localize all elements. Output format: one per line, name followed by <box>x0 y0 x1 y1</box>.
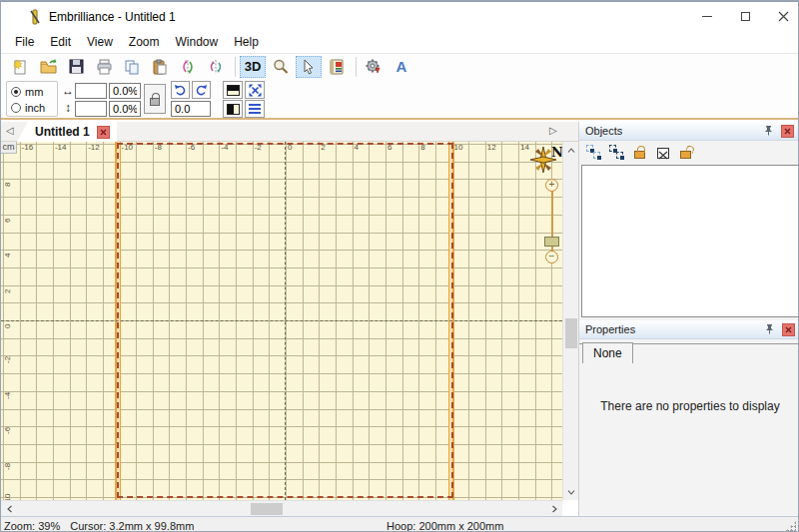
new-file-button[interactable] <box>7 56 33 78</box>
lock-icon <box>634 151 645 159</box>
window-title: Embrilliance - Untitled 1 <box>49 10 176 24</box>
ruler-top-label: -4 <box>221 143 228 152</box>
design-library-icon <box>329 59 345 75</box>
resize-grip[interactable] <box>786 521 796 531</box>
canvas-horizontal-scrollbar[interactable] <box>1 500 562 516</box>
horizontal-scroll-thumb[interactable] <box>251 503 283 515</box>
show-hoop-side-button[interactable] <box>223 100 243 118</box>
scroll-left-icon[interactable] <box>1 501 17 517</box>
document-tab[interactable]: Untitled 1 <box>17 122 117 142</box>
ruler-top-label: -2 <box>255 143 262 152</box>
show-hoop-top-button[interactable] <box>223 81 243 99</box>
height-arrows-icon: ↕ <box>61 101 75 115</box>
save-icon <box>69 59 84 74</box>
zoom-tool-button[interactable] <box>268 56 294 78</box>
menu-zoom[interactable]: Zoom <box>121 33 168 51</box>
ruler-left-label: -4 <box>3 392 12 399</box>
ruler-top-label: -12 <box>88 143 100 152</box>
toolbar-separator <box>356 57 357 77</box>
menu-file[interactable]: File <box>7 33 42 51</box>
rotate-right-button[interactable] <box>192 81 211 99</box>
ungroup-button[interactable] <box>609 145 625 161</box>
menu-window[interactable]: Window <box>168 33 227 51</box>
zoom-out-icon[interactable]: − <box>545 251 558 264</box>
scroll-down-icon[interactable] <box>563 484 579 500</box>
print-button[interactable] <box>91 56 117 78</box>
stitch-list-button[interactable] <box>245 100 265 118</box>
zoom-in-icon[interactable]: + <box>545 179 558 192</box>
tab-scroll-right-icon[interactable]: ▷ <box>549 125 557 136</box>
fit-to-window-button[interactable] <box>245 81 265 99</box>
paste-button[interactable] <box>147 56 173 78</box>
lock-x-icon <box>657 148 669 159</box>
rotation-input[interactable] <box>171 101 211 117</box>
status-bar: Zoom: 39% Cursor: 3.2mm x 99.8mm Hoop: 2… <box>1 516 798 532</box>
select-tool-button[interactable] <box>296 56 322 78</box>
document-tab-label: Untitled 1 <box>35 125 90 139</box>
menu-view[interactable]: View <box>79 33 121 51</box>
rotate-left-icon <box>174 84 187 97</box>
ruler-top-label: 6 <box>388 143 392 152</box>
3d-view-button[interactable]: 3D <box>240 56 266 78</box>
lock-all-button[interactable] <box>655 145 671 161</box>
canvas-vertical-scrollbar[interactable] <box>562 142 578 500</box>
copy-button[interactable] <box>119 56 145 78</box>
properties-tab-none[interactable]: None <box>582 342 633 363</box>
list-lines-icon <box>249 104 261 114</box>
minimize-button[interactable] <box>688 2 726 30</box>
ruler-top-label: -14 <box>55 143 67 152</box>
menu-help[interactable]: Help <box>226 33 267 51</box>
ruler-top-label: 2 <box>321 143 325 152</box>
maximize-button[interactable] <box>726 2 764 30</box>
objects-toolbar <box>579 141 799 164</box>
flip-vertical-button[interactable] <box>203 56 229 78</box>
flip-horizontal-button[interactable] <box>175 56 201 78</box>
pin-icon[interactable] <box>764 125 773 138</box>
open-file-button[interactable] <box>35 56 61 78</box>
title-bar: Embrilliance - Untitled 1 <box>1 1 798 31</box>
lock-button[interactable] <box>632 145 648 161</box>
width-percent-input[interactable] <box>109 83 141 99</box>
properties-panel-close-button[interactable] <box>782 323 795 336</box>
close-button[interactable] <box>764 2 799 30</box>
group-button[interactable] <box>586 145 602 161</box>
design-library-button[interactable] <box>324 56 350 78</box>
3d-view-label: 3D <box>245 59 262 74</box>
aspect-lock-button[interactable] <box>144 84 166 114</box>
scroll-up-icon[interactable] <box>563 142 579 158</box>
vertical-scroll-thumb[interactable] <box>565 318 577 348</box>
scroll-right-icon[interactable] <box>546 501 562 517</box>
save-button[interactable] <box>63 56 89 78</box>
properties-empty-message: There are no properties to display <box>579 399 799 413</box>
objects-panel-close-button[interactable] <box>781 125 794 138</box>
stitch-simulator-button[interactable] <box>361 56 387 78</box>
objects-list[interactable] <box>581 165 799 317</box>
ruler-top-label: 12 <box>487 143 496 152</box>
properties-panel-title: Properties <box>585 323 635 335</box>
height-input[interactable] <box>75 101 107 117</box>
units-group: mm inch <box>6 81 58 117</box>
zoom-slider-track[interactable] <box>551 187 553 259</box>
ruler-top-label: -6 <box>188 143 195 152</box>
menu-edit[interactable]: Edit <box>42 33 79 51</box>
rotate-left-button[interactable] <box>171 81 190 99</box>
height-percent-input[interactable] <box>109 101 141 117</box>
horizontal-center-axis <box>1 320 562 321</box>
magnifier-icon <box>273 59 289 75</box>
pin-icon[interactable] <box>765 323 774 336</box>
document-tab-close-button[interactable] <box>97 126 110 139</box>
design-canvas[interactable]: cm -16-14-12-10-8-6-4-202468101214 86420… <box>1 142 562 500</box>
width-input[interactable] <box>75 83 107 99</box>
compass-icon: N <box>530 144 562 181</box>
unit-inch-option[interactable]: inch <box>11 100 53 116</box>
unlock-button[interactable] <box>678 145 694 161</box>
zoom-slider-handle[interactable] <box>544 237 559 247</box>
tab-scroll-left-icon[interactable]: ◁ <box>6 125 14 136</box>
lettering-button[interactable]: A <box>389 56 414 78</box>
document-tab-bar: ◁ Untitled 1 ▷ <box>1 122 578 142</box>
unit-mm-option[interactable]: mm <box>11 84 53 100</box>
ruler-left-label: -2 <box>3 356 12 363</box>
ruler-left-label: 0 <box>3 324 12 328</box>
ruler-unit-label: cm <box>1 142 17 154</box>
ruler-top-label: 8 <box>420 143 424 152</box>
